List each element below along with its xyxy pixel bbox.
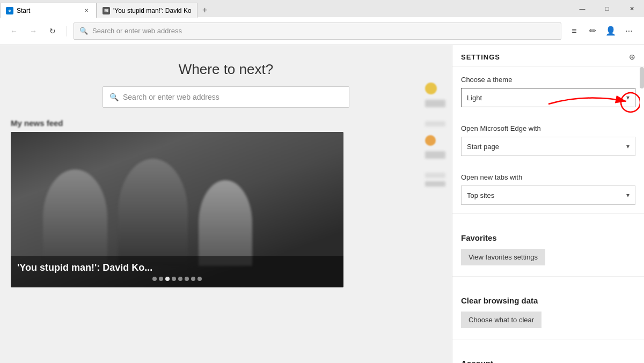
theme-select[interactable]: Light ▾ [461,88,635,107]
news-dot-8 [197,277,202,281]
choose-what-to-clear-button[interactable]: Choose what to clear [461,312,541,328]
divider-1 [452,213,644,214]
news-dot-2 [159,277,163,281]
settings-account-section: Account Account settings Sync your favor… [452,348,644,363]
news-dot-3 [165,277,170,281]
settings-open-with-section: Open Microsoft Edge with Start page ▾ [452,116,644,156]
settings-header: SETTINGS ⊕ [452,45,644,67]
toolbar-hub-icon[interactable]: ≡ [566,23,583,40]
open-with-select-arrow: ▾ [626,143,630,150]
news-dot-5 [178,277,182,281]
new-tabs-label: Open new tabs with [461,173,635,181]
theme-select-arrow: ▾ [626,94,630,101]
address-search-icon: 🔍 [79,27,88,35]
toolbar-account-icon[interactable]: 👤 [602,23,619,40]
news-sidebar-items [425,83,447,187]
toolbar-annotate-icon[interactable]: ✏ [584,23,601,40]
new-tabs-selected-value: Top sites [467,191,494,199]
settings-clear-section: Clear browsing data Choose what to clear [452,285,644,337]
address-divider [67,26,67,36]
minimize-button[interactable]: — [570,0,595,17]
account-title: Account [461,357,635,363]
news-dot-4 [172,277,176,281]
toolbar-icons: ≡ ✏ 👤 ··· [566,23,638,40]
window-controls: — □ ✕ [570,0,644,17]
news-dot-1 [152,277,157,281]
tab-news[interactable]: 📰 'You stupid man!': David Ko [97,3,197,18]
open-with-select[interactable]: Start page ▾ [461,137,635,156]
settings-panel: SETTINGS ⊕ Choose a theme Light ▾ [452,45,644,363]
open-with-label: Open Microsoft Edge with [461,124,635,132]
tab-favicon-start: e [6,7,13,14]
news-image[interactable]: 'You stupid man!': David Ko... [11,132,343,287]
settings-title: SETTINGS [461,53,500,61]
maximize-button[interactable]: □ [595,0,619,17]
tab-start[interactable]: e Start ✕ [0,3,97,18]
news-dot-7 [191,277,195,281]
news-feed-label: My news feed [11,118,452,128]
theme-selected-value: Light [467,94,482,102]
clear-title: Clear browsing data [461,294,635,305]
refresh-button[interactable]: ↻ [45,24,60,39]
address-text: Search or enter web address [92,27,182,35]
tab-close-start[interactable]: ✕ [82,6,91,15]
main-content: Where to next? 🔍 Search or enter web add… [0,45,644,363]
tab-bar: e Start ✕ 📰 'You stupid man!': David Ko … [0,0,570,17]
divider-2 [452,276,644,277]
addressbar: ← → ↻ 🔍 Search or enter web address ≡ ✏ … [0,17,644,45]
settings-favorites-section: Favorites View favorites settings [452,223,644,274]
news-caption: 'You stupid man!': David Ko... [17,262,337,273]
news-dot-6 [185,277,189,281]
page-search-placeholder: Search or enter web address [123,93,219,101]
close-button[interactable]: ✕ [619,0,644,17]
page-search-bar[interactable]: 🔍 Search or enter web address [103,86,349,108]
divider-3 [452,339,644,339]
open-with-selected-value: Start page [467,143,499,151]
view-favorites-button[interactable]: View favorites settings [461,249,545,265]
new-tabs-select[interactable]: Top sites ▾ [461,186,635,205]
settings-new-tabs-section: Open new tabs with Top sites ▾ [452,165,644,205]
back-button[interactable]: ← [6,24,21,39]
page-area: Where to next? 🔍 Search or enter web add… [0,45,452,363]
news-dots [17,277,337,281]
tab-title-start: Start [17,7,79,14]
new-tabs-select-arrow: ▾ [626,191,630,199]
address-input[interactable]: 🔍 Search or enter web address [74,23,561,40]
titlebar: e Start ✕ 📰 'You stupid man!': David Ko … [0,0,644,17]
tab-title-news: 'You stupid man!': David Ko [113,7,192,14]
toolbar-more-icon[interactable]: ··· [620,23,638,40]
settings-theme-section: Choose a theme Light ▾ [452,67,644,107]
settings-pin-icon[interactable]: ⊕ [629,53,635,61]
page-search-icon: 🔍 [109,93,119,101]
new-tab-button[interactable]: + [197,3,213,18]
page-title: Where to next? [0,61,452,78]
favorites-title: Favorites [461,231,635,242]
tab-favicon-news: 📰 [103,7,110,14]
forward-button[interactable]: → [26,24,41,39]
scrollbar-thumb[interactable] [640,67,644,88]
theme-label: Choose a theme [461,76,635,84]
news-image-overlay: 'You stupid man!': David Ko... [11,256,343,287]
